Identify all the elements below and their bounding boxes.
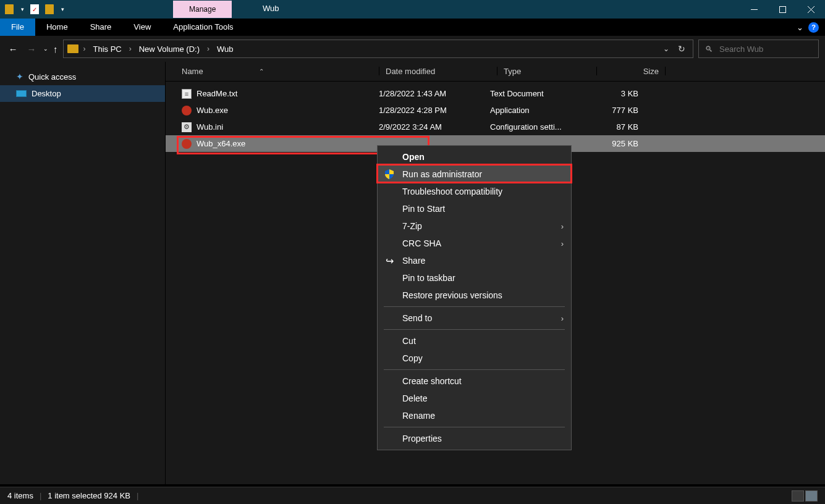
column-header-type[interactable]: Type	[504, 67, 596, 76]
icons-view-button[interactable]	[805, 490, 818, 502]
navigation-sidebar: ✦ Quick access Desktop	[0, 62, 166, 484]
folder-icon[interactable]	[5, 4, 14, 14]
ini-file-icon: ⚙	[182, 122, 192, 132]
file-date: 1/28/2022 4:28 PM	[379, 106, 490, 115]
context-menu-troubleshoot[interactable]: Troubleshoot compatibility	[378, 183, 571, 200]
context-menu-crc[interactable]: CRC SHA›	[378, 235, 571, 252]
share-icon: ↪	[384, 256, 395, 266]
tab-file[interactable]: File	[0, 19, 35, 36]
status-selection: 1 item selected 924 KB	[48, 491, 130, 500]
chevron-down-icon[interactable]: ▾	[61, 6, 64, 12]
folder-icon	[67, 44, 78, 53]
tab-application-tools[interactable]: Application Tools	[162, 19, 244, 36]
file-size: 87 KB	[583, 122, 638, 132]
address-bar[interactable]: › This PC › New Volume (D:) › Wub ⌄ ↻	[63, 40, 694, 58]
sidebar-item-desktop[interactable]: Desktop	[0, 85, 165, 102]
file-row[interactable]: Wub.exe 1/28/2022 4:28 PM Application 77…	[166, 102, 825, 119]
status-item-count: 4 items	[7, 491, 33, 500]
tab-view[interactable]: View	[122, 19, 162, 36]
help-icon[interactable]: ?	[808, 22, 819, 33]
context-menu-copy[interactable]: Copy	[378, 350, 571, 367]
shield-icon	[384, 169, 395, 179]
close-button[interactable]	[797, 0, 825, 19]
context-menu-delete[interactable]: Delete	[378, 390, 571, 407]
context-menu-label: CRC SHA	[402, 238, 441, 248]
chevron-down-icon[interactable]: ▾	[21, 6, 24, 12]
breadcrumb-segment[interactable]: Wub	[214, 43, 236, 55]
details-view-button[interactable]	[792, 490, 804, 502]
navigation-bar: ← → ⌄ ↑ › This PC › New Volume (D:) › Wu…	[0, 36, 825, 62]
separator: |	[40, 491, 41, 500]
up-button[interactable]: ↑	[53, 44, 58, 54]
sidebar-item-label: Quick access	[28, 72, 76, 82]
context-menu-7zip[interactable]: 7-Zip›	[378, 217, 571, 235]
file-size: 777 KB	[583, 106, 638, 115]
column-header-date[interactable]: Date modified	[386, 67, 497, 76]
tab-share[interactable]: Share	[79, 19, 123, 36]
context-menu-restore[interactable]: Restore previous versions	[378, 287, 571, 304]
minimize-button[interactable]	[740, 0, 768, 19]
tab-home[interactable]: Home	[35, 19, 79, 36]
quick-access-toolbar: ▾ ✓ ▾	[5, 4, 64, 14]
chevron-right-icon: ›	[561, 239, 564, 248]
search-input[interactable]	[719, 44, 812, 54]
context-menu-rename[interactable]: Rename	[378, 407, 571, 424]
context-menu: Open Run as administrator Troubleshoot c…	[377, 145, 572, 450]
breadcrumb-segment[interactable]: New Volume (D:)	[137, 43, 202, 55]
ribbon-expand-icon[interactable]: ⌄	[797, 23, 803, 32]
context-menu-label: Share	[402, 256, 425, 266]
context-tab-group: Manage	[173, 0, 232, 19]
column-header-size[interactable]: Size	[603, 67, 659, 76]
column-header-name[interactable]: Name ⌃	[182, 67, 379, 76]
menu-separator	[384, 306, 565, 307]
context-menu-cut[interactable]: Cut	[378, 332, 571, 350]
ribbon-tabs: File Home Share View Application Tools ⌄…	[0, 19, 825, 36]
menu-separator	[384, 329, 565, 330]
context-menu-run-as-admin[interactable]: Run as administrator	[378, 166, 571, 183]
context-menu-create-shortcut[interactable]: Create shortcut	[378, 372, 571, 390]
sidebar-item-quick-access[interactable]: ✦ Quick access	[0, 68, 165, 85]
history-dropdown-icon[interactable]: ⌄	[43, 46, 48, 52]
file-row[interactable]: ≡ReadMe.txt 1/28/2022 1:43 AM Text Docum…	[166, 85, 825, 102]
context-menu-open[interactable]: Open	[378, 148, 571, 166]
sort-indicator-icon: ⌃	[259, 68, 264, 75]
view-switcher	[792, 490, 818, 502]
new-folder-icon[interactable]	[45, 4, 54, 14]
menu-separator	[384, 427, 565, 427]
context-menu-pin-start[interactable]: Pin to Start	[378, 200, 571, 217]
context-menu-pin-taskbar[interactable]: Pin to taskbar	[378, 269, 571, 287]
status-bar: 4 items | 1 item selected 924 KB |	[0, 487, 825, 504]
window-title: Wub	[263, 4, 279, 13]
forward-button[interactable]: →	[25, 44, 38, 54]
chevron-right-icon[interactable]: ›	[127, 44, 134, 53]
window-controls	[740, 0, 825, 19]
tab-manage[interactable]: Manage	[173, 1, 232, 18]
context-menu-label: 7-Zip	[402, 221, 422, 231]
separator: |	[137, 491, 138, 500]
star-icon: ✦	[16, 72, 23, 82]
refresh-icon[interactable]: ↻	[678, 44, 685, 54]
context-menu-label: Run as administrator	[402, 169, 482, 179]
chevron-right-icon[interactable]: ›	[205, 44, 212, 53]
context-menu-send-to[interactable]: Send to›	[378, 309, 571, 327]
file-row[interactable]: ⚙Wub.ini 2/9/2022 3:24 AM Configuration …	[166, 119, 825, 135]
maximize-button[interactable]	[768, 0, 797, 19]
file-date: 1/28/2022 1:43 AM	[379, 89, 490, 98]
chevron-right-icon: ›	[561, 314, 564, 323]
properties-icon[interactable]: ✓	[30, 4, 39, 14]
file-name: Wub_x64.exe	[197, 139, 245, 148]
file-name: ReadMe.txt	[197, 89, 237, 98]
file-size: 925 KB	[583, 139, 638, 148]
file-list: ≡ReadMe.txt 1/28/2022 1:43 AM Text Docum…	[166, 82, 825, 152]
chevron-down-icon[interactable]: ⌄	[663, 44, 669, 53]
chevron-right-icon[interactable]: ›	[81, 44, 88, 53]
breadcrumb-segment[interactable]: This PC	[91, 43, 124, 55]
context-menu-share[interactable]: ↪ Share	[378, 252, 571, 269]
file-date: 2/9/2022 3:24 AM	[379, 122, 490, 132]
title-bar: ▾ ✓ ▾ Manage Wub	[0, 0, 825, 19]
back-button[interactable]: ←	[6, 44, 20, 54]
column-header-label: Name	[182, 67, 203, 76]
search-box[interactable]: 🔍︎	[698, 40, 819, 58]
context-menu-properties[interactable]: Properties	[378, 430, 571, 447]
file-name: Wub.exe	[197, 106, 228, 115]
